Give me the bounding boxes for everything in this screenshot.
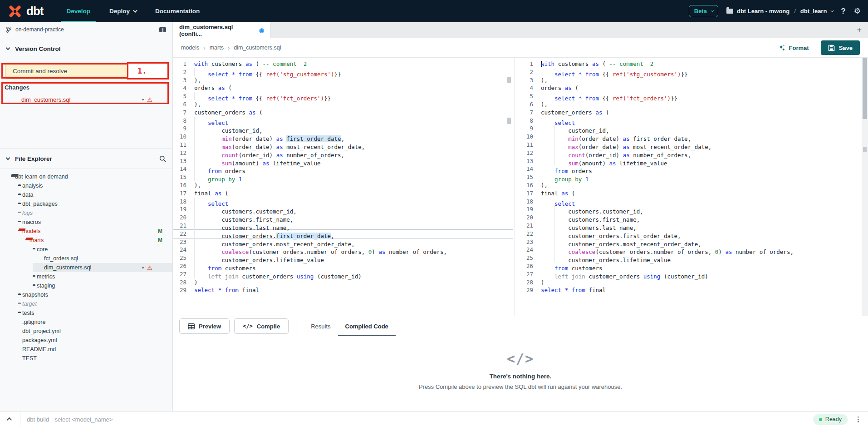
code-line-2[interactable]: 2select * from {{ ref('stg_customers')}}	[173, 68, 513, 76]
code-line-1[interactable]: 1with customers as ( -- comment 2	[173, 60, 513, 68]
code-line-12[interactable]: 12count(order_id) as number_of_orders,	[520, 149, 862, 157]
tree-item-fct-orders-sql[interactable]: fct_orders.sql	[0, 254, 172, 263]
save-button[interactable]: Save	[821, 40, 860, 55]
code-line-29[interactable]: 29select * from final	[173, 286, 513, 294]
code-line-18[interactable]: 18select	[520, 198, 862, 206]
tree-item-staging[interactable]: staging	[0, 281, 172, 290]
breadcrumb-file[interactable]: dim_customers.sql	[234, 45, 281, 51]
tree-item-macros[interactable]: macros	[0, 218, 172, 227]
code-line-24[interactable]: 24coalesce(customer_orders.number_of_ord…	[173, 246, 513, 254]
code-line-1[interactable]: 1with customers as ( -- comment 2	[520, 60, 862, 68]
code-line-15[interactable]: 15group by 1	[520, 173, 862, 181]
code-line-7[interactable]: 7customer_orders as (	[520, 109, 862, 117]
scrollbar-thumb[interactable]	[863, 58, 867, 119]
project-selector[interactable]: dbt Learn - mwong / dbt_learn	[726, 8, 833, 15]
tree-item-logs[interactable]: logs	[0, 209, 172, 218]
kebab-menu-icon[interactable]: ⋮	[855, 415, 862, 423]
pane-divider[interactable]	[515, 58, 515, 316]
code-line-14[interactable]: 14from orders	[173, 165, 513, 173]
tab-results[interactable]: Results	[304, 316, 338, 336]
tree-item-metrics[interactable]: metrics	[0, 272, 172, 281]
tree-item--gitignore[interactable]: .gitignore	[0, 318, 172, 327]
code-line-17[interactable]: 17final as (	[173, 189, 513, 198]
code-line-29[interactable]: 29select * from final	[520, 286, 862, 294]
code-line-20[interactable]: 20customers.first_name,	[173, 214, 513, 222]
code-line-24[interactable]: 24coalesce(customer_orders.number_of_ord…	[520, 246, 862, 254]
code-line-4[interactable]: 4orders as (	[173, 84, 513, 92]
preview-button[interactable]: Preview	[179, 318, 230, 334]
code-line-21[interactable]: 21customers.last_name,	[173, 222, 513, 230]
tab-compiled-code[interactable]: Compiled Code	[338, 316, 396, 336]
code-line-21[interactable]: 21customers.last_name,	[520, 222, 862, 230]
dbt-command-input[interactable]	[20, 416, 813, 423]
format-button[interactable]: Format	[778, 44, 809, 51]
nav-deploy[interactable]: Deploy	[104, 0, 142, 22]
file-explorer-header[interactable]: File Explorer	[0, 148, 172, 169]
new-tab-button[interactable]: +	[857, 25, 862, 35]
breadcrumb-models[interactable]: models	[181, 45, 199, 51]
code-line-26[interactable]: 26from customers	[173, 262, 513, 270]
code-line-27[interactable]: 27left join customer_orders using (custo…	[520, 270, 862, 278]
tree-item-test[interactable]: TEST	[0, 354, 172, 363]
version-control-header[interactable]: Version Control	[0, 41, 169, 56]
dbt-logo[interactable]: dbt	[0, 0, 49, 22]
code-line-10[interactable]: 10min(order_date) as first_order_date,	[173, 133, 513, 141]
code-line-11[interactable]: 11max(order_date) as most_recent_order_d…	[173, 141, 513, 149]
search-icon[interactable]	[159, 155, 166, 162]
code-line-19[interactable]: 19customers.customer_id,	[520, 205, 862, 214]
nav-documentation[interactable]: Documentation	[150, 0, 205, 22]
breadcrumb-marts[interactable]: marts	[210, 45, 224, 51]
tree-item-models[interactable]: modelsM	[0, 227, 172, 236]
tree-item-snapshots[interactable]: snapshots	[0, 290, 172, 299]
code-line-26[interactable]: 26from customers	[520, 262, 862, 270]
git-branch-row[interactable]: on-demand-practice	[0, 22, 172, 37]
code-pane-right[interactable]: 1with customers as ( -- comment 22select…	[520, 58, 862, 316]
code-line-19[interactable]: 19customers.customer_id,	[173, 205, 513, 214]
help-icon[interactable]: ?	[841, 7, 845, 16]
tree-item-dbt-project-yml[interactable]: dbt_project.yml	[0, 327, 172, 336]
beta-dropdown[interactable]: Beta	[689, 5, 718, 17]
code-line-9[interactable]: 9customer_id,	[520, 124, 862, 133]
code-line-15[interactable]: 15group by 1	[173, 173, 513, 181]
compile-button[interactable]: </> Compile	[234, 318, 289, 334]
code-line-23[interactable]: 23customer_orders.most_recent_order_date…	[173, 238, 513, 246]
expand-panel-button[interactable]	[0, 417, 20, 421]
tree-item-packages-yml[interactable]: packages.yml	[0, 336, 172, 345]
tree-item-analysis[interactable]: analysis	[0, 181, 172, 190]
changed-file-row[interactable]: dim_customers.sql • ⚠	[0, 94, 172, 104]
code-line-5[interactable]: 5select * from {{ ref('fct_orders')}}	[173, 92, 513, 100]
code-line-22[interactable]: 22customer_orders.first_order_date,	[173, 230, 513, 238]
code-line-27[interactable]: 27left join customer_orders using (custo…	[173, 270, 513, 278]
code-line-9[interactable]: 9customer_id,	[173, 124, 513, 133]
tab-dim-customers[interactable]: dim_customers.sql (confli... ◉	[173, 22, 271, 38]
code-line-17[interactable]: 17final as (	[520, 189, 862, 198]
tree-item-dim-customers-sql[interactable]: dim_customers.sql•⚠	[0, 263, 172, 272]
code-line-20[interactable]: 20customers.first_name,	[520, 214, 862, 222]
code-line-4[interactable]: 4orders as (	[520, 84, 862, 92]
tree-item-marts[interactable]: martsM	[0, 236, 172, 245]
code-line-8[interactable]: 8select	[520, 117, 862, 125]
code-line-5[interactable]: 5select * from {{ ref('fct_orders')}}	[520, 92, 862, 100]
code-line-22[interactable]: 22customer_orders.first_order_date,	[520, 230, 862, 238]
settings-gear-icon[interactable]: ⚙	[854, 6, 861, 16]
code-line-11[interactable]: 11max(order_date) as most_recent_order_d…	[520, 141, 862, 149]
code-line-2[interactable]: 2select * from {{ ref('stg_customers')}}	[520, 68, 862, 76]
commit-options-dropdown[interactable]	[152, 63, 167, 79]
commit-and-resolve-button[interactable]: Commit and resolve	[5, 63, 152, 79]
tree-item-core[interactable]: core	[0, 245, 172, 254]
code-line-12[interactable]: 12count(order_id) as number_of_orders,	[173, 149, 513, 157]
tree-item-dbt-learn-on-demand[interactable]: dbt-learn-on-demand	[0, 172, 172, 181]
vertical-scrollbar[interactable]	[862, 58, 868, 316]
tree-item-tests[interactable]: tests	[0, 308, 172, 318]
code-line-10[interactable]: 10min(order_date) as first_order_date,	[520, 133, 862, 141]
tree-item-target[interactable]: target	[0, 299, 172, 308]
code-line-18[interactable]: 18select	[173, 198, 513, 206]
code-pane-left[interactable]: 1with customers as ( -- comment 22select…	[173, 58, 513, 316]
code-line-23[interactable]: 23customer_orders.most_recent_order_date…	[520, 238, 862, 246]
tree-item-data[interactable]: data	[0, 190, 172, 199]
tree-item-readme-md[interactable]: README.md	[0, 345, 172, 354]
code-line-14[interactable]: 14from orders	[520, 165, 862, 173]
tree-item-dbt-packages[interactable]: dbt_packages	[0, 199, 172, 209]
nav-develop[interactable]: Develop	[61, 0, 96, 22]
code-line-7[interactable]: 7customer_orders as (	[173, 109, 513, 117]
